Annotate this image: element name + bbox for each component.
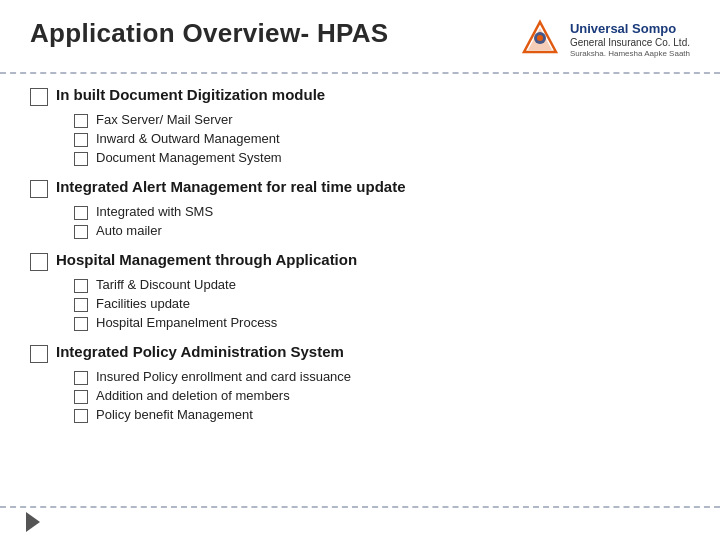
sub-item-text: Hospital Empanelment Process — [96, 315, 277, 330]
bullet-inner-icon — [74, 298, 88, 312]
bottom-arrow — [26, 512, 40, 532]
sub-item: Facilities update — [74, 296, 690, 312]
bullet-inner-icon — [74, 152, 88, 166]
sub-item-text: Document Management System — [96, 150, 282, 165]
sub-item-text: Fax Server/ Mail Server — [96, 112, 233, 127]
section-3: Hospital Management through ApplicationT… — [30, 251, 690, 331]
section-2-subitems: Integrated with SMSAuto mailer — [74, 204, 690, 239]
section-4-title: Integrated Policy Administration System — [56, 343, 344, 360]
sub-item: Integrated with SMS — [74, 204, 690, 220]
triangle-icon — [26, 512, 40, 532]
sub-item-text: Inward & Outward Management — [96, 131, 280, 146]
page-title: Application Overview- HPAS — [30, 18, 388, 49]
sub-item: Auto mailer — [74, 223, 690, 239]
logo-name: Universal Sompo — [570, 22, 690, 37]
section-2-item: Integrated Alert Management for real tim… — [30, 178, 690, 198]
sub-item-text: Integrated with SMS — [96, 204, 213, 219]
page: Application Overview- HPAS Universal Som… — [0, 0, 720, 540]
bullet-inner-icon — [74, 114, 88, 128]
section-1-item: In built Document Digitization module — [30, 86, 690, 106]
bullet-inner-icon — [74, 279, 88, 293]
section-2: Integrated Alert Management for real tim… — [30, 178, 690, 239]
bottom-border — [0, 506, 720, 508]
sub-item: Addition and deletion of members — [74, 388, 690, 404]
section-1-subitems: Fax Server/ Mail ServerInward & Outward … — [74, 112, 690, 166]
section-2-title: Integrated Alert Management for real tim… — [56, 178, 406, 195]
sub-item-text: Tariff & Discount Update — [96, 277, 236, 292]
section-1-title: In built Document Digitization module — [56, 86, 325, 103]
logo-text: Universal Sompo General Insurance Co. Lt… — [570, 22, 690, 58]
sub-item-text: Policy benefit Management — [96, 407, 253, 422]
section-4: Integrated Policy Administration SystemI… — [30, 343, 690, 423]
section-4-item: Integrated Policy Administration System — [30, 343, 690, 363]
bullet-outer-icon — [30, 88, 48, 106]
sub-item: Policy benefit Management — [74, 407, 690, 423]
logo-area: Universal Sompo General Insurance Co. Lt… — [518, 18, 690, 62]
logo-container: Universal Sompo General Insurance Co. Lt… — [518, 18, 690, 62]
logo-icon — [518, 18, 562, 62]
svg-point-3 — [537, 35, 543, 41]
bullet-outer-icon — [30, 180, 48, 198]
section-3-title: Hospital Management through Application — [56, 251, 357, 268]
sub-item-text: Facilities update — [96, 296, 190, 311]
section-3-subitems: Tariff & Discount UpdateFacilities updat… — [74, 277, 690, 331]
bullet-outer-icon — [30, 253, 48, 271]
content: In built Document Digitization moduleFax… — [0, 74, 720, 445]
header: Application Overview- HPAS Universal Som… — [0, 0, 720, 74]
section-4-subitems: Insured Policy enrollment and card issua… — [74, 369, 690, 423]
bullet-inner-icon — [74, 206, 88, 220]
logo-tagline: Suraksha. Hamesha Aapke Saath — [570, 49, 690, 58]
sub-item: Document Management System — [74, 150, 690, 166]
sub-item-text: Auto mailer — [96, 223, 162, 238]
bullet-inner-icon — [74, 409, 88, 423]
bullet-inner-icon — [74, 133, 88, 147]
bullet-outer-icon — [30, 345, 48, 363]
sub-item-text: Insured Policy enrollment and card issua… — [96, 369, 351, 384]
sub-item: Hospital Empanelment Process — [74, 315, 690, 331]
sub-item: Tariff & Discount Update — [74, 277, 690, 293]
bullet-inner-icon — [74, 390, 88, 404]
section-1: In built Document Digitization moduleFax… — [30, 86, 690, 166]
bullet-inner-icon — [74, 317, 88, 331]
sub-item: Insured Policy enrollment and card issua… — [74, 369, 690, 385]
bullet-inner-icon — [74, 225, 88, 239]
sub-item: Inward & Outward Management — [74, 131, 690, 147]
sub-item: Fax Server/ Mail Server — [74, 112, 690, 128]
logo-sub: General Insurance Co. Ltd. — [570, 37, 690, 49]
section-3-item: Hospital Management through Application — [30, 251, 690, 271]
bullet-inner-icon — [74, 371, 88, 385]
sub-item-text: Addition and deletion of members — [96, 388, 290, 403]
